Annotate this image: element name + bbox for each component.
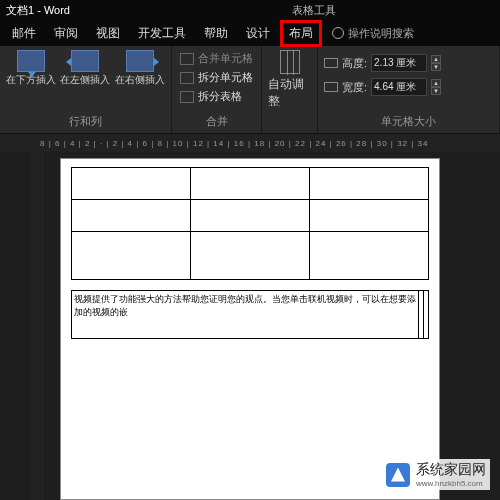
width-label: 宽度: [342,80,367,95]
table-2[interactable]: 视频提供了功能强大的方法帮助您证明您的观点。当您单击联机视频时，可以在想要添加的… [71,290,429,339]
context-tab-label: 表格工具 [292,3,336,18]
group-rows-cols-label: 行和列 [6,114,165,129]
ribbon-tabs: 邮件 审阅 视图 开发工具 帮助 设计 布局 操作说明搜索 [0,20,500,46]
height-down[interactable]: ▼ [431,63,441,71]
width-input[interactable] [371,78,427,96]
group-size-label: 单元格大小 [324,114,493,129]
tab-help[interactable]: 帮助 [196,21,236,46]
tab-dev[interactable]: 开发工具 [130,21,194,46]
height-label: 高度: [342,56,367,71]
insert-right-label: 在右侧插入 [115,74,165,85]
watermark-url: www.hnzkbh5.com [416,479,486,488]
merge-cells-icon [180,53,194,65]
table-row: 视频提供了功能强大的方法帮助您证明您的观点。当您单击联机视频时，可以在想要添加的… [72,291,429,339]
tab-design[interactable]: 设计 [238,21,278,46]
insert-left-button[interactable]: 在左侧插入 [60,50,110,85]
vertical-ruler[interactable] [30,152,44,500]
table-1[interactable] [71,167,429,280]
split-table-icon [180,91,194,103]
group-autofit: 自动调整 [262,46,318,133]
autofit-label: 自动调整 [268,76,312,110]
watermark-name: 系统家园网 [416,461,486,477]
table-row [72,232,429,280]
split-cells-icon [180,72,194,84]
tell-me[interactable]: 操作说明搜索 [332,26,414,41]
group-merge: 合并单元格 拆分单元格 拆分表格 合并 [172,46,262,133]
insert-left-icon [71,50,99,72]
title-bar: 文档1 - Word 表格工具 [0,0,500,20]
horizontal-ruler[interactable]: 8 | 6 | 4 | 2 | · | 2 | 4 | 6 | 8 | 10 |… [0,134,500,152]
table-row [72,168,429,200]
group-cell-size: 高度: ▲▼ 宽度: ▲▼ 单元格大小 [318,46,500,133]
bulb-icon [332,27,344,39]
document-title: 文档1 - Word [6,3,70,18]
tab-review[interactable]: 审阅 [46,21,86,46]
width-down[interactable]: ▼ [431,87,441,95]
group-rows-cols: 在下方插入 在左侧插入 在右侧插入 行和列 [0,46,172,133]
width-row: 宽度: ▲▼ [324,78,493,96]
watermark-logo-icon [386,463,410,487]
group-merge-label: 合并 [178,114,255,129]
height-icon [324,58,338,68]
tab-layout[interactable]: 布局 [280,20,322,47]
insert-below-icon [17,50,45,72]
width-icon [324,82,338,92]
width-up[interactable]: ▲ [431,79,441,87]
height-input[interactable] [371,54,427,72]
cell-with-text[interactable]: 视频提供了功能强大的方法帮助您证明您的观点。当您单击联机视频时，可以在想要添加的… [72,291,419,339]
watermark: 系统家园网 www.hnzkbh5.com [382,459,490,490]
document-area[interactable]: 视频提供了功能强大的方法帮助您证明您的观点。当您单击联机视频时，可以在想要添加的… [0,152,500,500]
autofit-button[interactable]: 自动调整 [268,50,312,110]
tell-me-label: 操作说明搜索 [348,26,414,41]
tab-view[interactable]: 视图 [88,21,128,46]
height-up[interactable]: ▲ [431,55,441,63]
height-row: 高度: ▲▼ [324,54,493,72]
autofit-icon [280,50,300,74]
table-row [72,200,429,232]
split-cells-button[interactable]: 拆分单元格 [178,69,255,86]
merge-cells-button: 合并单元格 [178,50,255,67]
tab-mail[interactable]: 邮件 [4,21,44,46]
insert-below-button[interactable]: 在下方插入 [6,50,56,85]
split-table-button[interactable]: 拆分表格 [178,88,255,105]
insert-right-icon [126,50,154,72]
insert-right-button[interactable]: 在右侧插入 [115,50,165,85]
ribbon: 在下方插入 在左侧插入 在右侧插入 行和列 合并单元格 拆分单元格 拆分表格 合… [0,46,500,134]
insert-left-label: 在左侧插入 [60,74,110,85]
page: 视频提供了功能强大的方法帮助您证明您的观点。当您单击联机视频时，可以在想要添加的… [60,158,440,500]
